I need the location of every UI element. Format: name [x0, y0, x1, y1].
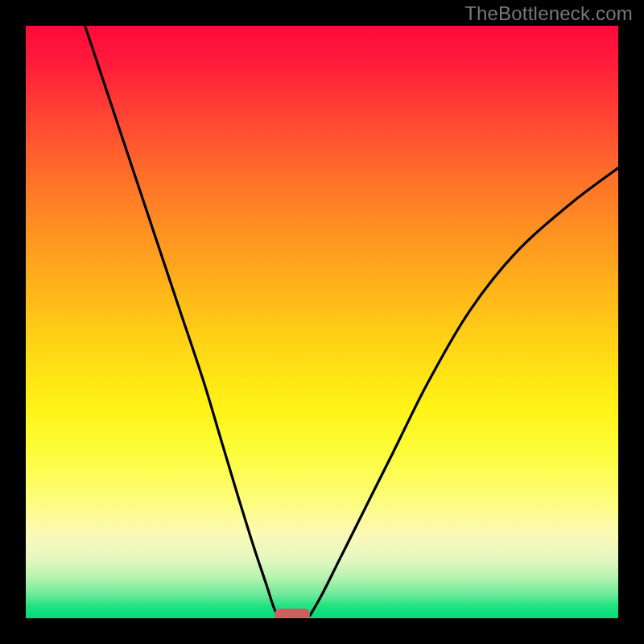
plot-area	[26, 26, 618, 618]
right-curve	[310, 168, 618, 616]
left-curve	[85, 26, 278, 615]
watermark-text: TheBottleneck.com	[464, 2, 633, 25]
curves-svg	[26, 26, 618, 618]
chart-frame: TheBottleneck.com	[0, 0, 644, 644]
bottleneck-marker	[275, 609, 310, 618]
